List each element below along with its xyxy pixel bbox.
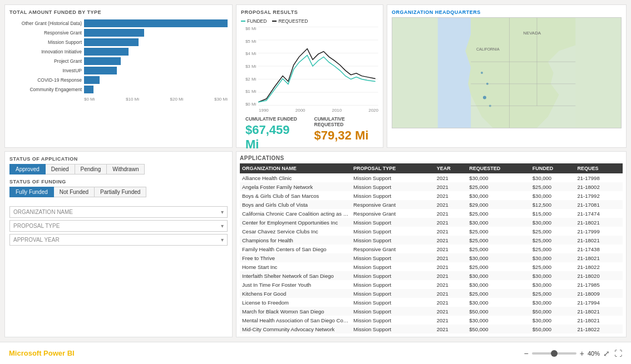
bar-fill <box>84 57 121 65</box>
col-proposal-type[interactable]: PROPOSAL TYPE <box>351 163 435 173</box>
powerbi-logo[interactable]: Microsoft Power BI <box>9 349 75 357</box>
proposal-type-label: PROPOSAL TYPE <box>13 223 60 229</box>
table-row[interactable]: Home Start IncMission Support2021$25,000… <box>240 262 623 271</box>
table-cell: $25,000 <box>467 236 530 245</box>
table-row[interactable]: License to FreedomMission Support2021$30… <box>240 298 623 307</box>
table-cell: Mission Support <box>351 316 435 325</box>
main-container: TOTAL AMOUNT FUNDED BY TYPE Other Grant … <box>0 0 631 364</box>
table-cell: $25,000 <box>467 182 530 191</box>
col-requested[interactable]: REQUESTED <box>467 163 530 173</box>
svg-text:CALIFORNIA: CALIFORNIA <box>476 47 500 51</box>
table-cell: Mission Support <box>351 271 435 280</box>
table-cell: 2021 <box>435 245 467 253</box>
table-title: APPLICATIONS <box>240 155 623 161</box>
table-row[interactable]: Kitchens For GoodMission Support2021$25,… <box>240 289 623 298</box>
zoom-thumb <box>551 350 558 357</box>
table-row[interactable]: Boys and Girls Club of VistaResponsive G… <box>240 200 623 209</box>
table-cell: 21-18020 <box>575 271 623 280</box>
col-reques[interactable]: REQUES <box>575 163 623 173</box>
map-title: ORGANIZATION HEADQUARTERS <box>392 9 622 15</box>
table-row[interactable]: Free to ThriveMission Support2021$30,000… <box>240 253 623 262</box>
line-chart-title: PROPOSAL RESULTS <box>241 9 378 15</box>
status-app-title: STATUS OF APPLICATION <box>9 156 228 162</box>
table-body: Alliance Health ClinicMission Support202… <box>240 173 623 333</box>
table-cell: 2021 <box>435 182 467 191</box>
zoom-percent: 40% <box>588 350 600 357</box>
table-cell: 21-18009 <box>575 289 623 298</box>
table-cell: Mission Support <box>351 262 435 271</box>
col-year[interactable]: YEAR <box>435 163 467 173</box>
table-cell: $25,000 <box>530 182 575 191</box>
table-row[interactable]: Boys & Girls Club of San MarcosMission S… <box>240 191 623 200</box>
fullscreen-button[interactable]: ⛶ <box>614 349 622 358</box>
table-cell: Mission Support <box>351 298 435 307</box>
btn-fully-funded[interactable]: Fully Funded <box>9 187 54 197</box>
bar-chart-title: TOTAL AMOUNT FUNDED BY TYPE <box>9 9 228 15</box>
table-cell: $50,000 <box>530 307 575 316</box>
proposal-type-dropdown[interactable]: PROPOSAL TYPE ▾ <box>9 220 228 232</box>
bar-fill <box>84 19 228 27</box>
table-row[interactable]: Champions for HealthMission Support2021$… <box>240 236 623 245</box>
table-row[interactable]: Just In Time For Foster YouthMission Sup… <box>240 280 623 289</box>
zoom-out-button[interactable]: − <box>524 349 529 358</box>
table-cell: 2021 <box>435 191 467 200</box>
table-cell: 21-18021 <box>575 218 623 227</box>
table-cell: Free to Thrive <box>240 253 351 262</box>
btn-not-funded[interactable]: Not Funded <box>54 187 95 197</box>
table-row[interactable]: Mid-City Community Advocacy NetworkMissi… <box>240 325 623 333</box>
table-row[interactable]: Mental Health Association of San Diego C… <box>240 316 623 325</box>
table-cell: $30,000 <box>530 218 575 227</box>
approval-year-chevron: ▾ <box>221 237 224 243</box>
bar-fill <box>84 86 93 93</box>
table-wrapper[interactable]: ORGANIZATION NAME PROPOSAL TYPE YEAR REQ… <box>240 163 623 333</box>
table-row[interactable]: Center for Employment Opportunities IncM… <box>240 218 623 227</box>
table-cell: Mission Support <box>351 289 435 298</box>
bar-track <box>84 86 228 93</box>
table-cell: Kitchens For Good <box>240 289 351 298</box>
table-cell: Mission Support <box>351 182 435 191</box>
table-cell: $30,000 <box>467 280 530 289</box>
zoom-slider[interactable] <box>532 352 576 355</box>
table-row[interactable]: California Chronic Care Coalition acting… <box>240 209 623 218</box>
table-cell: Champions for Health <box>240 236 351 245</box>
table-header-row: ORGANIZATION NAME PROPOSAL TYPE YEAR REQ… <box>240 163 623 173</box>
zoom-in-button[interactable]: + <box>580 349 584 358</box>
org-name-label: ORGANIZATION NAME <box>13 209 73 215</box>
table-cell: 21-18002 <box>575 182 623 191</box>
table-cell: $30,000 <box>467 298 530 307</box>
table-cell: California Chronic Care Coalition acting… <box>240 209 351 218</box>
btn-withdrawn[interactable]: Withdrawn <box>107 164 145 174</box>
col-funded[interactable]: FUNDED <box>530 163 575 173</box>
table-row[interactable]: Family Health Centers of San DiegoRespon… <box>240 245 623 253</box>
org-name-dropdown[interactable]: ORGANIZATION NAME ▾ <box>9 206 228 218</box>
bar-fill <box>84 29 144 37</box>
btn-denied[interactable]: Denied <box>46 164 75 174</box>
bottom-bar: Microsoft Power BI − + 40% ⤢ ⛶ <box>0 342 631 364</box>
svg-point-16 <box>486 83 489 85</box>
table-cell: 21-17994 <box>575 298 623 307</box>
btn-pending[interactable]: Pending <box>75 164 107 174</box>
bar-track <box>84 38 228 46</box>
table-row[interactable]: Cesar Chavez Service Clubs IncMission Su… <box>240 227 623 236</box>
approval-year-dropdown[interactable]: APPROVAL YEAR ▾ <box>9 234 228 246</box>
bar-label: Project Grant <box>9 58 82 64</box>
table-cell: 21-17992 <box>575 191 623 200</box>
table-row[interactable]: Angela Foster Family NetworkMission Supp… <box>240 182 623 191</box>
share-button[interactable]: ⤢ <box>603 349 610 358</box>
col-org-name[interactable]: ORGANIZATION NAME <box>240 163 351 173</box>
requested-legend-label: REQUESTED <box>278 18 308 24</box>
btn-approved[interactable]: Approved <box>9 164 46 174</box>
table-cell: Mission Support <box>351 307 435 316</box>
btn-partially-funded[interactable]: Partially Funded <box>95 187 146 197</box>
table-cell: 21-17985 <box>575 280 623 289</box>
svg-text:NEVADA: NEVADA <box>523 31 541 36</box>
funded-legend-dot <box>241 21 245 22</box>
table-cell: $30,000 <box>467 218 530 227</box>
table-cell: 21-17081 <box>575 200 623 209</box>
svg-rect-8 <box>438 18 471 128</box>
bar-track <box>84 19 228 27</box>
table-row[interactable]: Interfaith Shelter Network of San DiegoM… <box>240 271 623 280</box>
table-row[interactable]: Alliance Health ClinicMission Support202… <box>240 173 623 182</box>
bar-label: Community Engagement <box>9 87 82 92</box>
table-row[interactable]: March for Black Womxn San DiegoMission S… <box>240 307 623 316</box>
